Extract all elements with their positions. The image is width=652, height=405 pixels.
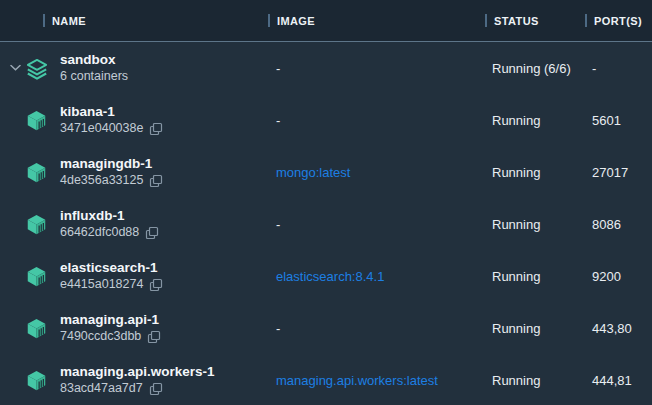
column-divider bbox=[43, 14, 45, 27]
container-row[interactable]: kibana-1 3471e040038e - Running 5601 bbox=[0, 94, 652, 146]
column-label: IMAGE bbox=[277, 15, 315, 27]
container-name-cell: elasticsearch-1 e4415a018274 bbox=[60, 259, 163, 293]
column-label: NAME bbox=[52, 15, 86, 27]
container-name-cell: managingdb-1 4de356a33125 bbox=[60, 155, 163, 189]
container-row[interactable]: managing.api-1 7490ccdc3dbb - Running 44… bbox=[0, 302, 652, 354]
container-id: 83acd47aa7d7 bbox=[60, 380, 143, 397]
status-cell: Running bbox=[492, 165, 540, 180]
group-subtitle: 6 containers bbox=[60, 68, 128, 85]
ports-cell: 444,81 bbox=[592, 373, 632, 388]
container-name-cell: kibana-1 3471e040038e bbox=[60, 103, 163, 137]
image-link[interactable]: elasticsearch:8.4.1 bbox=[276, 269, 384, 284]
ports-cell: 5601 bbox=[592, 113, 621, 128]
status-cell: Running bbox=[492, 217, 540, 232]
container-icon bbox=[26, 265, 47, 287]
container-name: managingdb-1 bbox=[60, 155, 163, 172]
container-icon bbox=[26, 213, 47, 235]
container-name: elasticsearch-1 bbox=[60, 259, 163, 276]
ports-cell: 27017 bbox=[592, 165, 628, 180]
status-cell: Running bbox=[492, 269, 540, 284]
status-cell: Running bbox=[492, 373, 540, 388]
container-name-cell: managing.api-1 7490ccdc3dbb bbox=[60, 311, 161, 345]
container-id: e4415a018274 bbox=[60, 276, 143, 293]
column-divider bbox=[485, 14, 487, 27]
column-label: PORT(S) bbox=[594, 15, 642, 27]
container-name: managing.api.workers-1 bbox=[60, 363, 215, 380]
copy-icon[interactable] bbox=[149, 174, 163, 188]
group-name: sandbox bbox=[60, 51, 128, 68]
ports-cell: 8086 bbox=[592, 217, 621, 232]
container-row[interactable]: managing.api.workers-1 83acd47aa7d7 mana… bbox=[0, 354, 652, 405]
copy-icon[interactable] bbox=[145, 226, 159, 240]
ports-cell: - bbox=[592, 61, 596, 76]
container-group-row[interactable]: sandbox 6 containers - Running (6/6) - bbox=[0, 42, 652, 94]
image-cell: - bbox=[276, 217, 280, 232]
status-cell: Running bbox=[492, 321, 540, 336]
container-id: 3471e040038e bbox=[60, 120, 143, 137]
container-name-cell: managing.api.workers-1 83acd47aa7d7 bbox=[60, 363, 215, 397]
column-header-name[interactable]: NAME bbox=[43, 0, 86, 41]
image-cell: - bbox=[276, 321, 280, 336]
container-id: 4de356a33125 bbox=[60, 172, 143, 189]
container-id: 66462dfc0d88 bbox=[60, 224, 139, 241]
ports-cell: 9200 bbox=[592, 269, 621, 284]
container-row[interactable]: managingdb-1 4de356a33125 mongo:latest R… bbox=[0, 146, 652, 198]
column-divider bbox=[585, 14, 587, 27]
container-icon bbox=[26, 369, 47, 391]
column-header-status[interactable]: STATUS bbox=[485, 0, 539, 41]
copy-icon[interactable] bbox=[149, 278, 163, 292]
copy-icon[interactable] bbox=[147, 330, 161, 344]
container-icon bbox=[26, 161, 47, 183]
container-row[interactable]: elasticsearch-1 e4415a018274 elasticsear… bbox=[0, 250, 652, 302]
compose-stack-icon bbox=[26, 57, 47, 79]
container-icon bbox=[26, 109, 47, 131]
container-name: managing.api-1 bbox=[60, 311, 161, 328]
chevron-down-icon[interactable] bbox=[10, 65, 21, 72]
column-header-image[interactable]: IMAGE bbox=[268, 0, 315, 41]
container-row[interactable]: influxdb-1 66462dfc0d88 - Running 8086 bbox=[0, 198, 652, 250]
container-id: 7490ccdc3dbb bbox=[60, 328, 141, 345]
copy-icon[interactable] bbox=[149, 122, 163, 136]
column-header-ports[interactable]: PORT(S) bbox=[585, 0, 642, 41]
copy-icon[interactable] bbox=[149, 382, 163, 396]
status-cell: Running (6/6) bbox=[492, 61, 571, 76]
column-divider bbox=[268, 14, 270, 27]
image-cell: - bbox=[276, 61, 280, 76]
ports-cell: 443,80 bbox=[592, 321, 632, 336]
containers-table: NAME IMAGE STATUS PORT(S) sandbox 6 cont… bbox=[0, 0, 652, 405]
container-name-cell: influxdb-1 66462dfc0d88 bbox=[60, 207, 159, 241]
image-link[interactable]: managing.api.workers:latest bbox=[276, 373, 438, 388]
column-label: STATUS bbox=[494, 15, 539, 27]
status-cell: Running bbox=[492, 113, 540, 128]
table-header: NAME IMAGE STATUS PORT(S) bbox=[0, 0, 652, 42]
container-icon bbox=[26, 317, 47, 339]
container-name: influxdb-1 bbox=[60, 207, 159, 224]
image-link[interactable]: mongo:latest bbox=[276, 165, 350, 180]
image-cell: - bbox=[276, 113, 280, 128]
group-name-cell: sandbox 6 containers bbox=[60, 51, 128, 85]
container-name: kibana-1 bbox=[60, 103, 163, 120]
